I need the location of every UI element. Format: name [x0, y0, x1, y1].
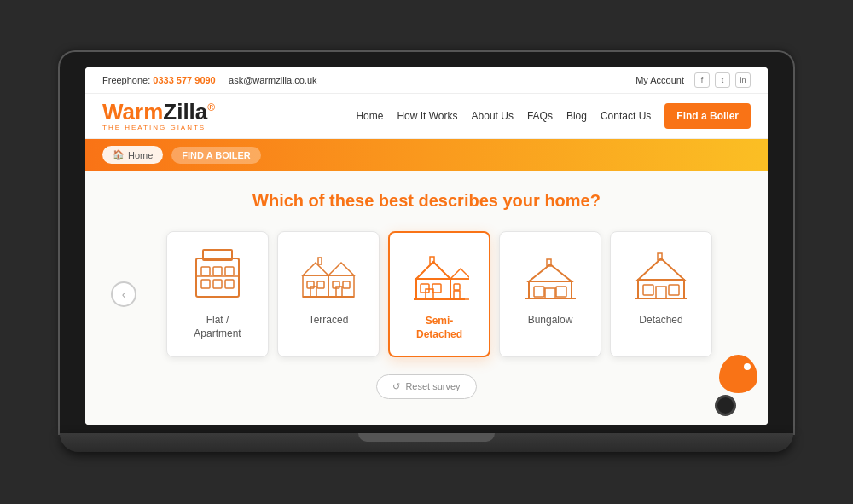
svg-rect-42 [643, 285, 653, 295]
svg-rect-24 [421, 284, 429, 293]
logo-tagline: THE HEATING GIANTS [102, 125, 215, 131]
svg-marker-40 [638, 258, 684, 280]
svg-rect-31 [454, 291, 460, 299]
svg-rect-13 [317, 281, 324, 288]
question-highlight: your home? [502, 191, 600, 210]
breadcrumb-current[interactable]: FIND A BOILER [171, 147, 260, 164]
mascot-wheel [715, 395, 736, 416]
svg-rect-36 [556, 287, 566, 297]
reset-icon: ↺ [392, 381, 400, 392]
cards-row: Flat /Apartment [136, 231, 742, 356]
reset-button[interactable]: ↺ Reset survey [376, 374, 476, 399]
facebook-icon[interactable]: f [694, 72, 710, 88]
svg-rect-20 [318, 258, 322, 264]
screen-bezel: Freephone: 0333 577 9090 ask@warmzilla.c… [60, 52, 793, 432]
svg-marker-10 [303, 263, 328, 275]
svg-rect-35 [534, 287, 544, 297]
logo-reg: ® [207, 102, 215, 114]
laptop-base [60, 433, 793, 452]
card-bungalow[interactable]: Bungalow [499, 231, 601, 356]
svg-rect-5 [201, 280, 210, 288]
svg-marker-22 [416, 262, 450, 279]
svg-rect-3 [213, 267, 222, 275]
twitter-icon[interactable]: t [715, 72, 730, 88]
cards-container: ‹ [111, 231, 742, 356]
breadcrumb-home[interactable]: 🏠 Home [102, 146, 163, 164]
nav-faqs[interactable]: FAQs [527, 110, 553, 122]
logo-warm: Warm [102, 99, 163, 125]
instagram-icon[interactable]: in [735, 72, 751, 88]
nav-how-it-works[interactable]: How It Works [397, 110, 457, 122]
nav-links: Home How It Works About Us FAQs Blog Con… [356, 103, 751, 129]
flat-icon [188, 246, 247, 305]
semi-detached-icon [409, 246, 469, 306]
detached-icon [631, 246, 691, 305]
svg-marker-28 [450, 269, 469, 279]
logo-zilla: Zilla [163, 99, 207, 125]
logo: WarmZilla® THE HEATING GIANTS [102, 101, 215, 131]
svg-rect-6 [213, 280, 222, 288]
terraced-icon [299, 246, 358, 305]
question-title: Which of these best describes your home? [111, 191, 742, 211]
find-boiler-nav-button[interactable]: Find a Boiler [664, 103, 751, 129]
card-terraced[interactable]: Terraced [277, 231, 380, 356]
nav-contact-us[interactable]: Contact Us [601, 110, 651, 122]
screen-content: Freephone: 0333 577 9090 ask@warmzilla.c… [85, 67, 768, 424]
svg-rect-30 [454, 284, 460, 290]
top-bar-right: My Account f t in [635, 72, 751, 88]
svg-rect-0 [196, 258, 239, 297]
breadcrumb-home-label: Home [128, 150, 153, 160]
semi-detached-label: Semi-Detached [400, 315, 479, 341]
freephone-number: 0333 577 9090 [153, 75, 215, 85]
nav-bar: WarmZilla® THE HEATING GIANTS Home How I… [85, 94, 768, 139]
card-detached[interactable]: Detached [610, 231, 712, 356]
nav-blog[interactable]: Blog [566, 110, 587, 122]
contact-info: Freephone: 0333 577 9090 ask@warmzilla.c… [102, 75, 317, 85]
flat-label: Flat /Apartment [177, 314, 258, 340]
terraced-label: Terraced [288, 314, 368, 327]
mascot-eye [744, 363, 751, 370]
svg-rect-44 [656, 287, 666, 298]
freephone-label: Freephone: [102, 75, 150, 85]
svg-rect-37 [545, 288, 555, 298]
question-prefix: Which of these best describes [252, 191, 502, 210]
email-address: ask@warmzilla.co.uk [229, 75, 316, 85]
reset-row: ↺ Reset survey [111, 374, 742, 399]
home-icon: 🏠 [113, 149, 125, 160]
svg-marker-33 [529, 264, 572, 281]
mascot-container [711, 355, 757, 416]
nav-about-us[interactable]: About Us [472, 110, 514, 122]
card-semi-detached[interactable]: Semi-Detached [388, 231, 490, 356]
reset-label: Reset survey [405, 381, 460, 391]
detached-label: Detached [621, 314, 701, 327]
breadcrumb-bar: 🏠 Home FIND A BOILER [85, 139, 768, 171]
svg-rect-34 [529, 281, 572, 298]
bungalow-label: Bungalow [510, 314, 590, 327]
laptop-frame: Freephone: 0333 577 9090 ask@warmzilla.c… [60, 52, 793, 451]
social-icons: f t in [694, 72, 751, 88]
svg-rect-7 [225, 280, 234, 288]
bungalow-icon [520, 246, 580, 305]
my-account-link[interactable]: My Account [635, 75, 684, 85]
nav-home[interactable]: Home [356, 110, 383, 122]
card-flat[interactable]: Flat /Apartment [166, 231, 269, 356]
svg-rect-2 [201, 267, 210, 275]
mascot-body [719, 355, 757, 393]
main-section: Which of these best describes your home?… [85, 171, 768, 424]
top-bar: Freephone: 0333 577 9090 ask@warmzilla.c… [85, 67, 768, 94]
prev-arrow[interactable]: ‹ [111, 281, 136, 307]
svg-rect-18 [343, 281, 350, 288]
svg-marker-15 [328, 263, 354, 275]
svg-rect-43 [669, 285, 679, 295]
svg-rect-4 [225, 267, 234, 275]
logo-wordmark: WarmZilla® [102, 101, 215, 123]
